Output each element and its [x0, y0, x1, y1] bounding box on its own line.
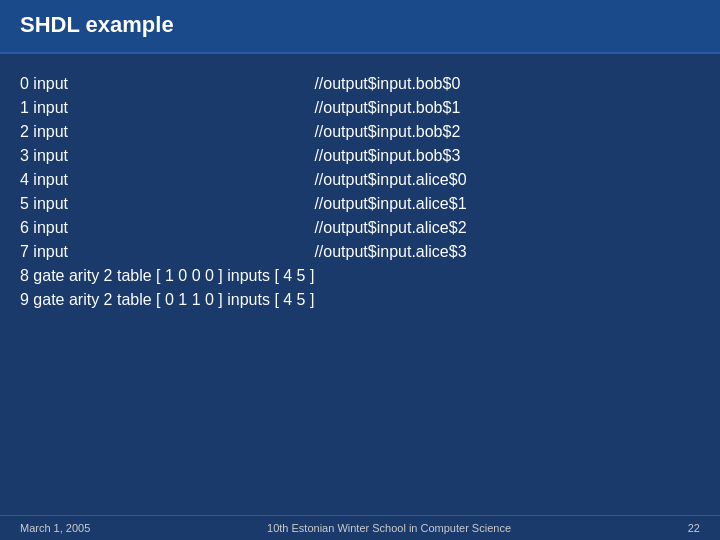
footer-conference: 10th Estonian Winter School in Computer …	[110, 522, 667, 534]
code-cell-right: //output$input.alice$2	[314, 216, 700, 240]
code-row: 7 input//output$input.alice$3	[20, 240, 700, 264]
code-cell-left: 0 input	[20, 72, 314, 96]
code-cell-left: 3 input	[20, 144, 314, 168]
code-line-full: 8 gate arity 2 table [ 1 0 0 0 ] inputs …	[20, 264, 314, 288]
code-cell-left: 4 input	[20, 168, 314, 192]
code-row: 6 input//output$input.alice$2	[20, 216, 700, 240]
slide-content: 0 input//output$input.bob$01 input//outp…	[0, 54, 720, 322]
code-cell-right: //output$input.bob$1	[314, 96, 700, 120]
code-cell-right: //output$input.bob$0	[314, 72, 700, 96]
code-cell-left: 6 input	[20, 216, 314, 240]
code-cell-right: //output$input.alice$3	[314, 240, 700, 264]
code-cell-left: 1 input	[20, 96, 314, 120]
code-cell-left: 5 input	[20, 192, 314, 216]
code-row: 2 input//output$input.bob$2	[20, 120, 700, 144]
code-cell-right: //output$input.bob$2	[314, 120, 700, 144]
code-cell-right: //output$input.alice$1	[314, 192, 700, 216]
slide-title: SHDL example	[20, 12, 174, 37]
slide-footer: March 1, 2005 10th Estonian Winter Schoo…	[0, 515, 720, 540]
code-block: 0 input//output$input.bob$01 input//outp…	[20, 72, 700, 312]
code-cell-left: 2 input	[20, 120, 314, 144]
code-line-full: 9 gate arity 2 table [ 0 1 1 0 ] inputs …	[20, 288, 314, 312]
code-cell-right: //output$input.alice$0	[314, 168, 700, 192]
footer-page: 22	[688, 522, 700, 534]
code-cell-right: //output$input.bob$3	[314, 144, 700, 168]
code-row: 4 input//output$input.alice$0	[20, 168, 700, 192]
code-cell-left: 7 input	[20, 240, 314, 264]
code-row: 1 input//output$input.bob$1	[20, 96, 700, 120]
slide-header: SHDL example	[0, 0, 720, 54]
code-row: 0 input//output$input.bob$0	[20, 72, 700, 96]
code-row: 5 input//output$input.alice$1	[20, 192, 700, 216]
footer-date: March 1, 2005	[20, 522, 90, 534]
code-row: 3 input//output$input.bob$3	[20, 144, 700, 168]
